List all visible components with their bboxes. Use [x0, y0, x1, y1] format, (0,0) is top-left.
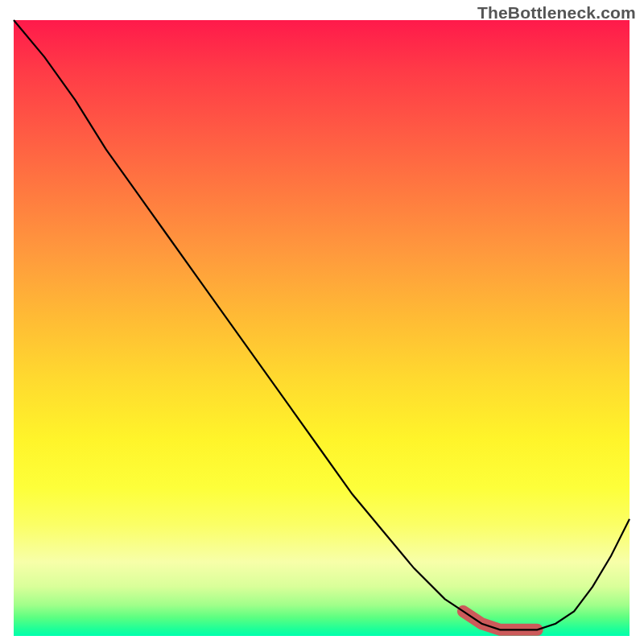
highlight-optimal-region — [463, 611, 537, 630]
plot-area — [14, 20, 630, 636]
curve-layer — [14, 20, 630, 636]
chart-container: TheBottleneck.com — [0, 0, 644, 644]
bottleneck-curve — [14, 20, 630, 630]
watermark-text: TheBottleneck.com — [477, 3, 636, 23]
